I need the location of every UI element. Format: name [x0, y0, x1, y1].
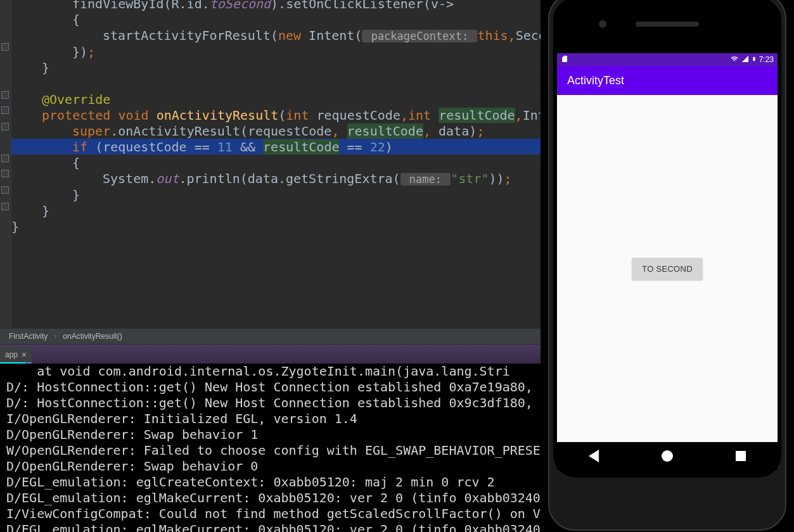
speaker-icon — [636, 22, 699, 27]
sdcard-icon — [561, 55, 568, 65]
nav-recent-icon[interactable] — [736, 451, 746, 461]
activity-content[interactable]: TO SECOND — [557, 95, 778, 442]
editor-gutter — [0, 0, 11, 328]
breadcrumb-separator: › — [54, 332, 56, 341]
wifi-icon — [730, 55, 739, 65]
status-time: 7:23 — [759, 55, 774, 64]
cell-signal-icon — [741, 55, 749, 65]
nav-back-icon[interactable] — [589, 450, 599, 462]
android-nav-bar — [557, 442, 778, 470]
app-title: ActivityTest — [567, 74, 624, 87]
emulator-screen[interactable]: 7:23 ActivityTest TO SECOND — [557, 53, 778, 442]
emulator-window: 7:23 ActivityTest TO SECOND — [541, 0, 794, 532]
logcat-tab-app[interactable]: app × — [0, 347, 32, 364]
battery-icon — [752, 54, 757, 65]
code-content[interactable]: findViewById(R.id.toSecond).setOnClickLi… — [11, 0, 569, 235]
nav-home-icon[interactable] — [662, 450, 673, 462]
close-icon[interactable]: × — [22, 350, 27, 360]
to-second-button[interactable]: TO SECOND — [632, 258, 703, 280]
breadcrumb-item[interactable]: onActivityResult() — [63, 332, 122, 341]
android-status-bar: 7:23 — [557, 53, 778, 66]
tab-label: app — [5, 350, 18, 359]
camera-icon — [599, 20, 606, 28]
breadcrumb-item[interactable]: FirstActivity — [9, 332, 48, 341]
android-app-bar: ActivityTest — [557, 66, 778, 95]
